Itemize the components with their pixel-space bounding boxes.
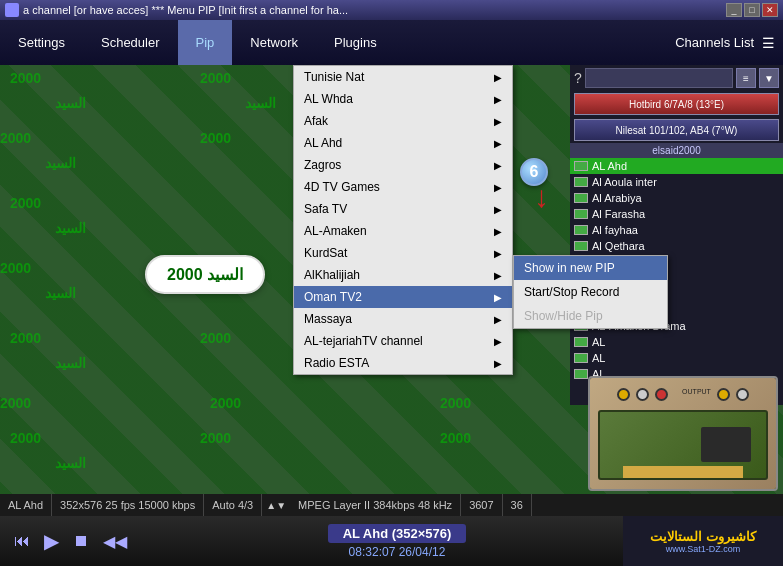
close-button[interactable]: ✕ — [762, 3, 778, 17]
channel-item[interactable]: AL — [570, 350, 783, 366]
transport-stop[interactable]: ⏹ — [69, 530, 93, 552]
watermark-text: 2000 — [10, 70, 41, 86]
channel-item[interactable]: Al Aoula inter — [570, 174, 783, 190]
ratio-up-icon: ▲ — [266, 500, 276, 511]
watermark-text: 2000 — [0, 260, 31, 276]
pip-menu-item[interactable]: KurdSat▶ — [294, 242, 512, 264]
question-icon: ? — [574, 70, 582, 86]
pip-menu-item[interactable]: Massaya▶ — [294, 308, 512, 330]
pip-menu-item[interactable]: AL-tejariahTV channel▶ — [294, 330, 512, 352]
channel-icon — [574, 161, 588, 171]
transport-bar: ⏮ ▶ ⏹ ◀◀ AL Ahd (352×576) 08:32:07 26/04… — [0, 516, 783, 566]
watermark-text: 2000 — [200, 430, 231, 446]
channel-icon — [574, 369, 588, 379]
watermark-text: السيد — [45, 155, 76, 171]
channel-item[interactable]: Al Arabiya — [570, 190, 783, 206]
channel-name: AL — [592, 352, 605, 364]
now-playing-title: AL Ahd (352×576) — [328, 524, 467, 543]
watermark-text: 2000 — [210, 395, 241, 411]
pip-menu-item[interactable]: Safa TV▶ — [294, 198, 512, 220]
pip-submenu: Show in new PIPStart/Stop RecordShow/Hid… — [513, 255, 668, 329]
channels-list-label: Channels List — [675, 35, 754, 50]
pip-menu-item[interactable]: 4D TV Games▶ — [294, 176, 512, 198]
status-ratio: Auto 4/3 — [204, 494, 262, 516]
tv-card-board — [598, 410, 768, 480]
status-channel: AL Ahd — [0, 494, 52, 516]
menu-pip[interactable]: Pip — [178, 20, 233, 65]
pip-menu-item-label: Oman TV2 — [304, 290, 362, 304]
submenu-arrow-icon: ▶ — [494, 160, 502, 171]
channels-panel: ? ≡ ▼ Hotbird 6/7A/8 (13°E) Nilesat 101/… — [570, 65, 783, 405]
status-bar: AL Ahd 352x576 25 fps 15000 kbps Auto 4/… — [0, 494, 783, 516]
logo-area: كاشيروت الستالايت www.Sat1-DZ.com — [623, 516, 783, 566]
tv-card-chip — [701, 427, 751, 462]
pip-submenu-item: Show/Hide Pip — [514, 304, 667, 328]
menu-scheduler[interactable]: Scheduler — [83, 20, 178, 65]
channel-item[interactable]: Al Farasha — [570, 206, 783, 222]
watermark-text: السيد — [55, 220, 86, 236]
transport-previous[interactable]: ⏮ — [10, 530, 34, 552]
port-out-1 — [717, 388, 730, 401]
status-channel-text: AL Ahd — [8, 499, 43, 511]
submenu-arrow-icon: ▶ — [494, 72, 502, 83]
watermark-text: السيد — [55, 355, 86, 371]
menu-settings[interactable]: Settings — [0, 20, 83, 65]
pip-menu-item-label: Radio ESTA — [304, 356, 369, 370]
pip-menu-item[interactable]: AL-Amaken▶ — [294, 220, 512, 242]
channels-list-icon[interactable]: ☰ — [762, 35, 775, 51]
port-circle-1 — [617, 388, 630, 401]
pip-menu-item-label: AL Ahd — [304, 136, 342, 150]
menu-network[interactable]: Network — [232, 20, 316, 65]
pip-menu: Tunisie Nat▶AL Whda▶Afak▶AL Ahd▶Zagros▶4… — [293, 65, 513, 375]
channel-icon — [574, 209, 588, 219]
pip-menu-item[interactable]: AL Ahd▶ — [294, 132, 512, 154]
menu-bar: Settings Scheduler Pip Network Plugins — [0, 20, 570, 65]
submenu-arrow-icon: ▶ — [494, 358, 502, 369]
status-resolution-text: 352x576 25 fps 15000 kbps — [60, 499, 195, 511]
maximize-button[interactable]: □ — [744, 3, 760, 17]
transport-play[interactable]: ▶ — [40, 527, 63, 555]
channel-item[interactable]: Al Qethara — [570, 238, 783, 254]
port-out-2 — [736, 388, 749, 401]
output-label-out: OUTPUT — [682, 388, 711, 401]
pip-menu-item[interactable]: Oman TV2▶ — [294, 286, 512, 308]
port-circle-2 — [636, 388, 649, 401]
channel-name: Al Qethara — [592, 240, 645, 252]
channel-icon — [574, 177, 588, 187]
watermark-text: 2000 — [200, 330, 231, 346]
satellite-nilesat[interactable]: Nilesat 101/102, AB4 (7°W) — [574, 119, 779, 141]
transport-rewind[interactable]: ◀◀ — [99, 530, 131, 553]
pip-menu-item-label: Massaya — [304, 312, 352, 326]
submenu-arrow-icon: ▶ — [494, 248, 502, 259]
pip-submenu-item[interactable]: Start/Stop Record — [514, 280, 667, 304]
options-button[interactable]: ▼ — [759, 68, 779, 88]
pip-menu-item[interactable]: AL Whda▶ — [294, 88, 512, 110]
minimize-button[interactable]: _ — [726, 3, 742, 17]
pip-menu-item-label: Safa TV — [304, 202, 347, 216]
pip-menu-item[interactable]: Tunisie Nat▶ — [294, 66, 512, 88]
pip-menu-item[interactable]: AlKhalijiah▶ — [294, 264, 512, 286]
channel-icon — [574, 241, 588, 251]
ratio-down-icon: ▼ — [276, 500, 286, 511]
status-ratio-text: Auto 4/3 — [212, 499, 253, 511]
tv-card-image: OUTPUT — [588, 376, 778, 491]
pip-menu-item-label: Afak — [304, 114, 328, 128]
channel-item[interactable]: Al fayhaa — [570, 222, 783, 238]
pip-submenu-item[interactable]: Show in new PIP — [514, 256, 667, 280]
submenu-arrow-icon: ▶ — [494, 138, 502, 149]
pip-menu-item[interactable]: Afak▶ — [294, 110, 512, 132]
channel-item[interactable]: AL Ahd — [570, 158, 783, 174]
satellite-hotbird[interactable]: Hotbird 6/7A/8 (13°E) — [574, 93, 779, 115]
pip-menu-item-label: AL-Amaken — [304, 224, 367, 238]
pip-menu-item-label: AL Whda — [304, 92, 353, 106]
submenu-arrow-icon: ▶ — [494, 314, 502, 325]
search-input[interactable] — [585, 68, 733, 88]
pip-menu-item[interactable]: Radio ESTA▶ — [294, 352, 512, 374]
menu-plugins[interactable]: Plugins — [316, 20, 395, 65]
channel-name: AL — [592, 336, 605, 348]
pip-menu-item[interactable]: Zagros▶ — [294, 154, 512, 176]
status-resolution: 352x576 25 fps 15000 kbps — [52, 494, 204, 516]
submenu-arrow-icon: ▶ — [494, 182, 502, 193]
channel-item[interactable]: AL — [570, 334, 783, 350]
search-button[interactable]: ≡ — [736, 68, 756, 88]
